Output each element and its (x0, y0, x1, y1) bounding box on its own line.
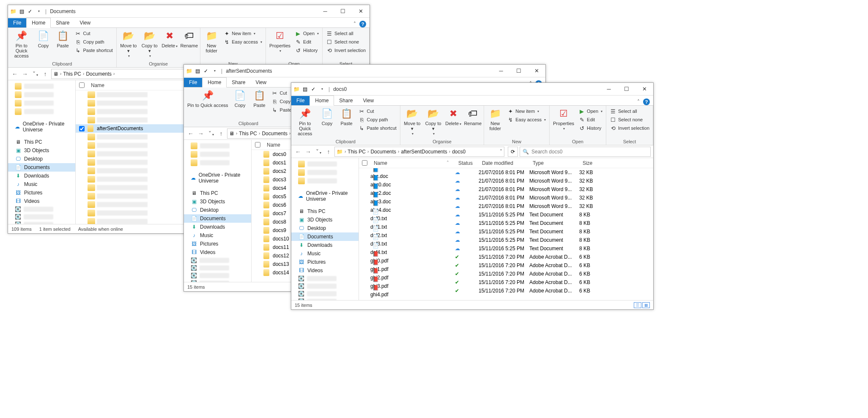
paste-shortcut-button[interactable]: ↳Paste shortcut (73, 46, 115, 54)
new-folder-button[interactable]: 📁New folder (202, 29, 221, 54)
forward-button[interactable]: → (21, 71, 29, 77)
help-icon[interactable]: ? (643, 98, 650, 105)
minimize-button[interactable]: ─ (600, 83, 618, 96)
nav-documents[interactable]: 📄Documents (8, 163, 75, 172)
new-item-button[interactable]: ✦New item (222, 30, 264, 37)
nav-videos[interactable]: 🎞Videos (8, 197, 75, 205)
qat-properties-icon[interactable]: ▤ (194, 68, 201, 74)
nav-3dobjects[interactable]: ▣3D Objects (8, 146, 75, 155)
ribbon-collapse-icon[interactable]: ˄ (353, 21, 356, 27)
close-button[interactable]: ✕ (528, 65, 545, 77)
col-date[interactable]: Date modified (479, 160, 529, 166)
nav-pictures[interactable]: 🖼Pictures (184, 240, 251, 248)
titlebar[interactable]: 📁 ▤ ✓ | afterSentDocuments ─ ☐ ✕ (184, 65, 545, 77)
move-to-button[interactable]: 📂Move to ▾ (118, 29, 139, 59)
qat-properties-icon[interactable]: ▤ (18, 8, 25, 15)
tab-view[interactable]: View (250, 78, 271, 87)
nav-desktop[interactable]: 🖵Desktop (291, 224, 359, 232)
minimize-button[interactable]: ─ (492, 65, 510, 77)
nav-pictures[interactable]: 🖼Pictures (8, 189, 75, 197)
col-type[interactable]: Type (529, 160, 579, 166)
paste-button[interactable]: 📋 Paste (54, 29, 72, 49)
select-none-button[interactable]: ☐Select none (324, 38, 367, 46)
close-button[interactable]: ✕ (635, 83, 653, 96)
copy-path-button[interactable]: ⎘Copy path (357, 116, 398, 123)
table-row[interactable]: 📕ghi4.pdf✔15/11/2016 7:20 PMAdobe Acroba… (359, 287, 653, 295)
address-dropdown-icon[interactable]: ˅ (500, 149, 502, 155)
properties-button[interactable]: ☑Properties (268, 29, 292, 54)
tab-home[interactable]: Home (202, 77, 227, 87)
qat-newfolder-icon[interactable]: ✓ (27, 8, 33, 15)
tab-share[interactable]: Share (51, 18, 74, 27)
nav-onedrive[interactable]: ☁OneDrive - Private Universe (291, 189, 359, 203)
open-button[interactable]: ▶Open (293, 30, 320, 37)
refresh-button[interactable]: ⟳ (508, 147, 518, 157)
details-view-icon[interactable]: ☰ (634, 302, 641, 308)
qat-customize[interactable] (35, 8, 42, 15)
edit-button[interactable]: ✎Edit (577, 116, 604, 123)
tab-home[interactable]: Home (309, 96, 334, 106)
maximize-button[interactable]: ☐ (334, 5, 352, 18)
tab-view[interactable]: View (74, 18, 96, 27)
select-all-checkbox[interactable] (362, 160, 367, 166)
nav-thispc[interactable]: 🖥This PC (291, 207, 359, 216)
col-name[interactable]: Name (263, 142, 284, 148)
col-size[interactable]: Size (579, 160, 605, 166)
history-button[interactable]: ↺History (293, 46, 320, 54)
maximize-button[interactable]: ☐ (510, 65, 528, 77)
crumb-documents[interactable]: Documents (86, 71, 112, 77)
nav-videos[interactable]: 🎞Videos (184, 248, 251, 257)
forward-button[interactable]: → (197, 130, 205, 137)
pin-quick-access-button[interactable]: 📌 Pin to Quick access (10, 29, 33, 59)
nav-3dobjects[interactable]: ▣3D Objects (291, 216, 359, 224)
back-button[interactable]: ← (186, 130, 195, 137)
copy-button[interactable]: 📄Copy (318, 107, 337, 127)
copy-to-button[interactable]: 📂Copy to ▾ (140, 29, 159, 59)
tab-file[interactable]: File (291, 96, 309, 105)
nav-music[interactable]: ♪Music (8, 180, 75, 189)
titlebar[interactable]: 📁 ▤ ✓ | Documents ─ ☐ ✕ (8, 5, 370, 18)
copy-button[interactable]: 📄 Copy (34, 29, 53, 49)
nav-documents[interactable]: 📄Documents (184, 214, 251, 223)
help-icon[interactable]: ? (359, 21, 366, 27)
select-all-checkbox[interactable] (79, 82, 85, 88)
nav-music[interactable]: ♪Music (184, 231, 251, 240)
search-box[interactable]: 🔍 Search docs0 (520, 147, 651, 157)
tab-home[interactable]: Home (26, 18, 51, 28)
paste-button[interactable]: 📋Paste (250, 88, 269, 109)
nav-thispc[interactable]: 🖥This PC (8, 138, 75, 146)
paste-button[interactable]: 📋Paste (337, 107, 356, 127)
rename-button[interactable]: 🏷Rename (463, 107, 482, 127)
nav-onedrive[interactable]: ☁OneDrive - Private Universe (8, 120, 75, 134)
nav-desktop[interactable]: 🖵Desktop (184, 206, 251, 214)
new-folder-button[interactable]: 📁New folder (486, 107, 504, 132)
up-button[interactable]: ↑ (41, 71, 49, 77)
forward-button[interactable]: → (304, 148, 312, 155)
titlebar[interactable]: 📁 ▤ ✓ | docs0 ─ ☐ ✕ (291, 83, 653, 96)
minimize-button[interactable]: ─ (316, 5, 334, 18)
invert-selection-button[interactable]: ⟲Invert selection (608, 124, 651, 132)
tab-file[interactable]: File (8, 18, 26, 27)
tab-file[interactable]: File (184, 78, 202, 87)
select-none-button[interactable]: ☐Select none (608, 116, 651, 123)
copy-to-button[interactable]: 📂Copy to ▾ (423, 107, 443, 137)
recent-locations-button[interactable]: ˅ (31, 71, 39, 77)
close-button[interactable]: ✕ (352, 5, 370, 18)
maximize-button[interactable]: ☐ (618, 83, 635, 96)
col-status[interactable]: Status (455, 160, 479, 166)
copy-path-button[interactable]: ⎘Copy path (73, 38, 115, 46)
tab-share[interactable]: Share (227, 78, 250, 87)
qat-customize[interactable] (211, 68, 218, 74)
nav-3dobjects[interactable]: ▣3D Objects (184, 197, 251, 206)
properties-button[interactable]: ☑Properties (551, 107, 576, 131)
nav-onedrive[interactable]: ☁OneDrive - Private Universe (184, 171, 251, 185)
qat-customize[interactable] (318, 86, 325, 93)
copy-button[interactable]: 📄Copy (231, 88, 249, 109)
new-item-button[interactable]: ✦New item (505, 107, 548, 115)
tab-share[interactable]: Share (334, 96, 358, 105)
navigation-pane[interactable]: ☁OneDrive - Private Universe 🖥This PC ▣3… (291, 158, 359, 300)
ribbon-collapse-icon[interactable]: ˄ (637, 99, 640, 105)
easy-access-button[interactable]: ↯Easy access (505, 116, 548, 123)
tab-view[interactable]: View (358, 96, 379, 105)
delete-button[interactable]: ✖Delete (160, 29, 179, 50)
